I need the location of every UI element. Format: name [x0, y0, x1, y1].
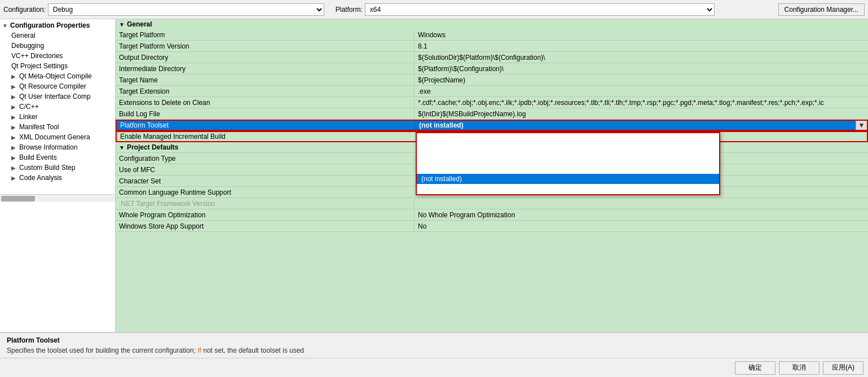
prop-row-wpo[interactable]: Whole Program Optimization No Whole Prog…	[116, 209, 868, 221]
sidebar-item-qt-meta-object[interactable]: ▶ Qt Meta-Object Compile	[0, 71, 115, 81]
prop-name-wpo: Whole Program Optimization	[116, 211, 415, 220]
prop-row-intermediate-dir[interactable]: Intermediate Directory $(Platform)\$(Con…	[116, 63, 868, 74]
config-manager-button[interactable]: Configuration Manager...	[778, 3, 865, 16]
sidebar-label-vc-dirs: VC++ Directories	[11, 52, 113, 60]
app-window: Configuration: Debug Platform: x64 Confi…	[0, 0, 868, 377]
sidebar-label-xml-doc: XML Document Genera	[19, 133, 113, 141]
top-bar: Configuration: Debug Platform: x64 Confi…	[0, 0, 868, 19]
expand-arrow-icon-xml: ▶	[11, 134, 19, 141]
platform-select[interactable]: x64	[365, 3, 715, 16]
prop-name-build-log: Build Log File	[116, 109, 415, 119]
sidebar-label-general: General	[11, 32, 113, 40]
prop-name-intermediate-dir: Intermediate Directory	[116, 64, 415, 73]
dropdown-option-vs2015[interactable]: Visual Studio 2015 (v140)	[417, 133, 719, 143]
sidebar: ▼ Configuration Properties General Debug…	[0, 19, 116, 332]
dropdown-option-vs2013-xp[interactable]: Visual Studio 2013 - Windows XP (v120_xp…	[417, 164, 719, 174]
content-area: ▼ General Target Platform Windows Target…	[116, 19, 868, 332]
prop-row-target-ext[interactable]: Target Extension .exe	[116, 86, 868, 97]
sidebar-label-custom-build: Custom Build Step	[19, 164, 113, 172]
ok-button[interactable]: 确定	[735, 361, 776, 375]
prop-value-dotnet-version	[415, 203, 868, 204]
prop-row-windows-store[interactable]: Windows Store App Support No	[116, 221, 868, 232]
sidebar-item-general[interactable]: General	[0, 30, 115, 41]
sidebar-item-browse-info[interactable]: ▶ Browse Information	[0, 142, 115, 152]
sidebar-label-manifest-tool: Manifest Tool	[19, 123, 113, 131]
prop-name-enable-managed: Enable Managed Incremental Build	[117, 132, 416, 141]
config-select[interactable]: Debug	[48, 3, 324, 16]
sidebar-item-vc-dirs[interactable]: VC++ Directories	[0, 51, 115, 61]
sidebar-scrollbar[interactable]	[0, 194, 115, 202]
sidebar-item-qt-project-settings[interactable]: Qt Project Settings	[0, 61, 115, 71]
sidebar-label-qt-meta-object: Qt Meta-Object Compile	[19, 72, 113, 80]
sidebar-label-build-events: Build Events	[19, 154, 113, 161]
prop-value-target-platform-version: 8.1	[415, 42, 868, 51]
dropdown-option-vs2013[interactable]: Visual Studio 2013 (v120)	[417, 154, 719, 164]
dropdown-option-inherit[interactable]: <inherit from parent or project defaults…	[417, 184, 719, 194]
sidebar-label-cpp: C/C++	[19, 103, 113, 111]
prop-value-platform-toolset-container: (not installed) ▼	[416, 121, 867, 130]
sidebar-label-debugging: Debugging	[11, 42, 113, 50]
prop-name-target-name: Target Name	[116, 76, 415, 85]
prop-name-character-set: Character Set	[116, 177, 415, 186]
apply-button[interactable]: 应用(A)	[823, 361, 863, 375]
main-area: ▼ Configuration Properties General Debug…	[0, 19, 868, 332]
prop-row-platform-toolset[interactable]: Platform Toolset (not installed) ▼ Visua…	[116, 120, 868, 131]
description-text: Specifies the toolset used for building …	[7, 347, 861, 354]
sidebar-item-build-events[interactable]: ▶ Build Events	[0, 152, 115, 163]
sidebar-item-qt-ui[interactable]: ▶ Qt User Interface Comp	[0, 91, 115, 102]
prop-row-target-platform-version[interactable]: Target Platform Version 8.1	[116, 41, 868, 52]
platform-label: Platform:	[336, 6, 363, 14]
prop-row-target-platform[interactable]: Target Platform Windows	[116, 29, 868, 41]
prop-name-config-type: Configuration Type	[116, 154, 415, 163]
prop-value-target-name: $(ProjectName)	[415, 76, 868, 85]
dropdown-option-vs2015-xp[interactable]: Visual Studio 2015 - Windows XP (v140_xp…	[417, 143, 719, 154]
prop-row-target-name[interactable]: Target Name $(ProjectName)	[116, 74, 868, 86]
expand-arrow-icon-qt-meta: ▶	[11, 73, 19, 80]
prop-value-wpo: No Whole Program Optimization	[415, 211, 868, 220]
expand-arrow-icon-qt-ui: ▶	[11, 94, 19, 100]
sidebar-item-xml-doc[interactable]: ▶ XML Document Genera	[0, 132, 115, 142]
sidebar-item-qt-resource[interactable]: ▶ Qt Resource Compiler	[0, 81, 115, 91]
dropdown-arrow-button[interactable]: ▼	[856, 121, 867, 130]
prop-name-platform-toolset: Platform Toolset	[117, 121, 416, 130]
prop-value-platform-toolset: (not installed)	[416, 121, 856, 130]
expand-arrow-icon-qt-res: ▶	[11, 84, 19, 90]
expand-arrow-icon-linker: ▶	[11, 114, 19, 120]
sidebar-label-qt-resource: Qt Resource Compiler	[19, 82, 113, 90]
prop-value-ext-delete: *.cdf;*.cache;*.obj;*.obj.enc;*.ilk;*.ip…	[415, 98, 868, 107]
dropdown-option-not-installed[interactable]: (not installed)	[417, 174, 719, 184]
platform-toolset-dropdown[interactable]: Visual Studio 2015 (v140) Visual Studio …	[416, 132, 720, 195]
prop-name-use-mfc: Use of MFC	[116, 165, 415, 174]
sidebar-item-cpp[interactable]: ▶ C/C++	[0, 102, 115, 112]
prop-row-output-dir[interactable]: Output Directory $(SolutionDir)$(Platfor…	[116, 52, 868, 63]
section-expand-arrow-icon: ▼	[119, 21, 125, 28]
cancel-button[interactable]: 取消	[779, 361, 819, 375]
expand-arrow-icon-code-analysis: ▶	[11, 175, 19, 181]
sidebar-item-debugging[interactable]: Debugging	[0, 41, 115, 51]
sidebar-item-code-analysis[interactable]: ▶ Code Analysis	[0, 173, 115, 183]
prop-value-windows-store: No	[415, 222, 868, 231]
config-label: Configuration:	[3, 6, 46, 14]
general-section-label: General	[127, 20, 152, 28]
sidebar-label-browse-info: Browse Information	[19, 143, 113, 151]
prop-name-target-platform-version: Target Platform Version	[116, 42, 415, 51]
prop-name-output-dir: Output Directory	[116, 53, 415, 62]
description-keyword: If	[197, 347, 201, 354]
prop-name-target-ext: Target Extension	[116, 87, 415, 96]
scroll-thumb[interactable]	[1, 196, 35, 201]
prop-row-build-log[interactable]: Build Log File $(IntDir)$(MSBuildProject…	[116, 108, 868, 120]
general-section-header: ▼ General	[116, 19, 868, 29]
prop-value-target-platform: Windows	[415, 30, 868, 40]
sidebar-item-config-props[interactable]: ▼ Configuration Properties	[0, 20, 115, 30]
prop-row-ext-delete[interactable]: Extensions to Delete on Clean *.cdf;*.ca…	[116, 97, 868, 108]
prop-row-dotnet-version[interactable]: .NET Target Framework Version	[116, 198, 868, 209]
prop-name-windows-store: Windows Store App Support	[116, 222, 415, 231]
prop-value-intermediate-dir: $(Platform)\$(Configuration)\	[415, 64, 868, 73]
sidebar-item-linker[interactable]: ▶ Linker	[0, 112, 115, 122]
expand-arrow-icon-custom-build: ▶	[11, 165, 19, 171]
sidebar-item-manifest-tool[interactable]: ▶ Manifest Tool	[0, 122, 115, 132]
prop-value-target-ext: .exe	[415, 87, 868, 96]
sidebar-item-custom-build[interactable]: ▶ Custom Build Step	[0, 163, 115, 173]
expand-arrow-icon-browse: ▶	[11, 144, 19, 151]
bottom-buttons: 确定 取消 应用(A)	[0, 358, 868, 377]
